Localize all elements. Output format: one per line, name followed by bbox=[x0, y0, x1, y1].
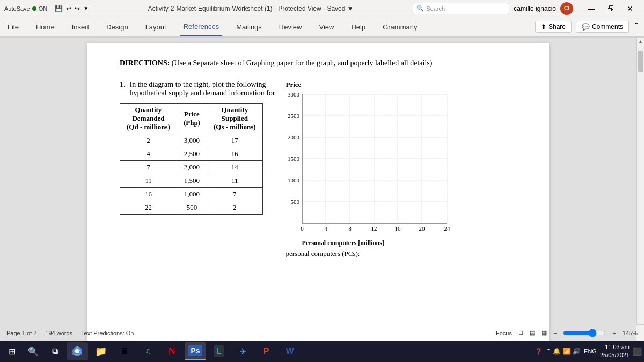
zoom-level: 145% bbox=[623, 330, 638, 336]
autosave-area: AutoSave ON bbox=[4, 5, 47, 12]
tab-review[interactable]: Review bbox=[276, 19, 305, 35]
chart-area: Price bbox=[281, 80, 517, 258]
search-box[interactable]: 🔍 Search bbox=[413, 3, 509, 14]
chart-price-label: Price bbox=[286, 80, 517, 89]
layout-icon1[interactable]: ⊞ bbox=[518, 329, 523, 336]
cell-qd: 7 bbox=[120, 161, 177, 174]
notification-icon[interactable]: ⬛ bbox=[633, 347, 642, 356]
question-left: 1. In the diagram to the right, plot the… bbox=[120, 80, 275, 215]
scroll-thumb[interactable] bbox=[638, 51, 643, 72]
word-app[interactable]: Ps bbox=[185, 342, 206, 360]
redo-icon[interactable]: ↪ bbox=[75, 5, 80, 12]
title-bar-right: 🔍 Search camille ignacio CI — 🗗 ✕ bbox=[413, 0, 640, 17]
terminal-app[interactable]: 🖥 bbox=[114, 342, 135, 360]
search-icon: 🔍 bbox=[416, 5, 424, 12]
comments-button[interactable]: 💬 Comments bbox=[576, 21, 629, 33]
svg-text:24: 24 bbox=[444, 225, 450, 232]
svg-text:3000: 3000 bbox=[288, 91, 300, 98]
svg-text:1500: 1500 bbox=[288, 156, 300, 162]
table-row: 2 3,000 17 bbox=[120, 134, 263, 147]
layout-icon2[interactable]: ▤ bbox=[530, 329, 535, 336]
svg-point-28 bbox=[75, 349, 79, 353]
cell-qd: 4 bbox=[120, 147, 177, 161]
search-button[interactable]: 🔍 bbox=[24, 342, 43, 361]
spotify-app[interactable]: ♫ bbox=[137, 342, 159, 360]
tab-file[interactable]: File bbox=[4, 19, 22, 35]
scroll-up-arrow[interactable]: ▲ bbox=[637, 38, 644, 46]
svg-text:4: 4 bbox=[324, 225, 327, 232]
cell-price: 500 bbox=[177, 201, 207, 215]
on-label: ON bbox=[39, 5, 48, 12]
col-header-price: Price(Php) bbox=[177, 104, 207, 134]
col-header-qd: QuantityDemanded(Qd - millions) bbox=[120, 104, 177, 134]
chrome-app[interactable] bbox=[67, 342, 88, 360]
tab-view[interactable]: View bbox=[316, 19, 337, 35]
close-button[interactable]: ✕ bbox=[620, 0, 640, 17]
tab-design[interactable]: Design bbox=[103, 19, 131, 35]
supply-demand-table: QuantityDemanded(Qd - millions) Price(Ph… bbox=[120, 103, 263, 215]
focus-label[interactable]: Focus bbox=[496, 330, 512, 336]
collapse-ribbon-icon[interactable]: ⌃ bbox=[633, 21, 640, 33]
cell-qs: 14 bbox=[207, 161, 262, 174]
netflix-app[interactable]: N bbox=[161, 342, 182, 360]
windows-button[interactable]: ⊞ bbox=[2, 342, 21, 361]
tab-mailings[interactable]: Mailings bbox=[233, 19, 265, 35]
cell-qs: 16 bbox=[207, 147, 262, 161]
cell-price: 2,500 bbox=[177, 147, 207, 161]
window-controls: — 🗗 ✕ bbox=[582, 0, 640, 17]
tab-insert[interactable]: Insert bbox=[69, 19, 93, 35]
tab-grammarly[interactable]: Grammarly bbox=[379, 19, 420, 35]
user-avatar[interactable]: CI bbox=[560, 2, 573, 15]
restore-button[interactable]: 🗗 bbox=[601, 0, 620, 17]
table-row: 7 2,000 14 bbox=[120, 161, 263, 174]
col-header-qs: QuantitySupplied(Qs - millions) bbox=[207, 104, 262, 134]
word-active-app[interactable]: W bbox=[279, 342, 301, 360]
page-info: Page 1 of 2 bbox=[6, 330, 36, 336]
document-page: DIRECTIONS: (Use a Separate sheet of Gra… bbox=[87, 43, 549, 346]
task-view-button[interactable]: ⧉ bbox=[45, 342, 64, 361]
table-row: 22 500 2 bbox=[120, 201, 263, 215]
question-number: 1. bbox=[120, 80, 126, 98]
app2[interactable]: L bbox=[208, 342, 230, 360]
taskbar-lang: ENG bbox=[584, 348, 597, 354]
table-row: 4 2,500 16 bbox=[120, 147, 263, 161]
tab-layout[interactable]: Layout bbox=[142, 19, 170, 35]
cell-qd: 22 bbox=[120, 201, 177, 215]
word-count: 194 words bbox=[45, 330, 72, 336]
svg-text:2000: 2000 bbox=[288, 134, 300, 141]
powerpoint-app[interactable]: P bbox=[255, 342, 277, 360]
ribbon-right: ⬆ Share 💬 Comments ⌃ bbox=[535, 21, 640, 33]
cell-price: 2,000 bbox=[177, 161, 207, 174]
layout-icon3[interactable]: ▦ bbox=[541, 329, 547, 336]
telegram-app[interactable]: ✈ bbox=[232, 342, 253, 360]
tab-home[interactable]: Home bbox=[33, 19, 58, 35]
taskbar-date: 25/05/2021 bbox=[600, 351, 630, 359]
tab-references[interactable]: References bbox=[180, 18, 222, 36]
autosave-dot bbox=[32, 6, 36, 11]
taskbar-help-icon[interactable]: ❓ bbox=[535, 348, 543, 355]
zoom-minus[interactable]: − bbox=[553, 330, 557, 336]
svg-text:1000: 1000 bbox=[288, 177, 300, 183]
taskbar-time: 11:03 am bbox=[600, 343, 630, 351]
question-text: In the diagram to the right, plot the fo… bbox=[130, 80, 275, 98]
svg-text:2500: 2500 bbox=[288, 113, 300, 119]
share-button[interactable]: ⬆ Share bbox=[535, 21, 572, 33]
zoom-slider[interactable] bbox=[563, 329, 606, 337]
document-area: DIRECTIONS: (Use a Separate sheet of Gra… bbox=[0, 38, 636, 346]
cell-qd: 11 bbox=[120, 174, 177, 188]
supply-demand-chart: 3000 2500 2000 1500 1000 500 0 4 8 12 16… bbox=[286, 89, 452, 245]
svg-text:16: 16 bbox=[394, 225, 401, 232]
minimize-button[interactable]: — bbox=[582, 0, 601, 17]
autosave-label: AutoSave bbox=[4, 5, 30, 12]
table-row: 16 1,000 7 bbox=[120, 188, 263, 201]
cell-price: 3,000 bbox=[177, 134, 207, 147]
files-app[interactable]: 📁 bbox=[90, 342, 112, 360]
cell-qd: 16 bbox=[120, 188, 177, 201]
tab-help[interactable]: Help bbox=[348, 19, 369, 35]
customize-icon[interactable]: ▼ bbox=[83, 5, 89, 11]
undo-icon[interactable]: ↩ bbox=[66, 5, 71, 12]
save-icon[interactable]: 💾 bbox=[55, 5, 63, 12]
zoom-plus[interactable]: + bbox=[612, 330, 616, 336]
svg-text:20: 20 bbox=[419, 225, 425, 232]
scrollbar[interactable]: ▲ bbox=[636, 38, 644, 324]
